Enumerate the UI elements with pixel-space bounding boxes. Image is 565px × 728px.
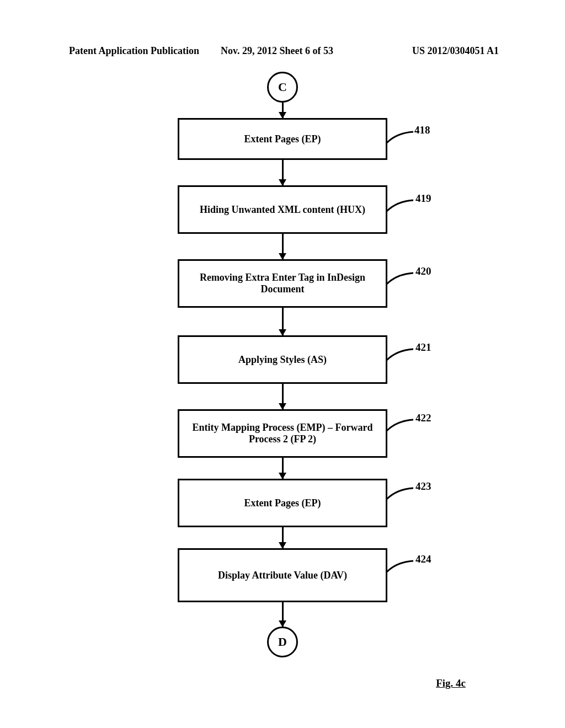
flowchart-diagram: C Extent Pages (EP) 418 Hiding Unwanted … xyxy=(0,72,565,657)
reference-number: 418 xyxy=(414,124,430,136)
reference-number: 423 xyxy=(415,480,431,493)
flow-arrow xyxy=(281,308,284,335)
header-date-sheet: Nov. 29, 2012 Sheet 6 of 53 xyxy=(221,45,333,57)
process-step-label: Hiding Unwanted XML content (HUX) xyxy=(200,204,365,216)
flow-arrow xyxy=(281,602,284,627)
header-publication-type: Patent Application Publication xyxy=(69,45,199,57)
process-step-label: Extent Pages (EP) xyxy=(244,133,321,145)
process-step-applying-styles: Applying Styles (AS) 421 xyxy=(178,335,387,384)
process-step-label: Display Attribute Value (DAV) xyxy=(218,570,347,581)
flow-arrow xyxy=(281,160,284,185)
start-connector-label: C xyxy=(278,80,287,94)
flow-arrow xyxy=(281,458,284,479)
process-step-removing-enter-tag: Removing Extra Enter Tag in InDesign Doc… xyxy=(178,259,387,308)
process-step-label: Entity Mapping Process (EMP) – Forward P… xyxy=(190,422,375,445)
reference-number: 419 xyxy=(415,192,431,205)
figure-caption: Fig. 4c xyxy=(436,677,466,689)
flow-arrow xyxy=(281,103,284,118)
flow-arrow xyxy=(281,527,284,548)
process-step-display-attribute-value: Display Attribute Value (DAV) 424 xyxy=(178,548,387,602)
process-step-label: Applying Styles (AS) xyxy=(238,354,327,366)
reference-number: 422 xyxy=(415,412,431,424)
process-step-label: Removing Extra Enter Tag in InDesign Doc… xyxy=(190,272,375,295)
page-header: Patent Application Publication Nov. 29, … xyxy=(0,45,565,57)
flow-arrow xyxy=(281,234,284,259)
process-step-hiding-xml: Hiding Unwanted XML content (HUX) 419 xyxy=(178,185,387,234)
end-connector: D xyxy=(267,627,298,657)
reference-number: 420 xyxy=(415,265,431,277)
reference-number: 424 xyxy=(415,553,431,565)
process-step-extent-pages-2: Extent Pages (EP) 423 xyxy=(178,479,387,527)
process-step-extent-pages-1: Extent Pages (EP) 418 xyxy=(178,118,387,160)
reference-number: 421 xyxy=(415,341,431,354)
start-connector: C xyxy=(267,72,298,103)
process-step-label: Extent Pages (EP) xyxy=(244,497,321,509)
process-step-entity-mapping: Entity Mapping Process (EMP) – Forward P… xyxy=(178,409,387,458)
header-publication-number: US 2012/0304051 A1 xyxy=(412,45,499,57)
flow-arrow xyxy=(281,384,284,409)
end-connector-label: D xyxy=(278,635,287,649)
